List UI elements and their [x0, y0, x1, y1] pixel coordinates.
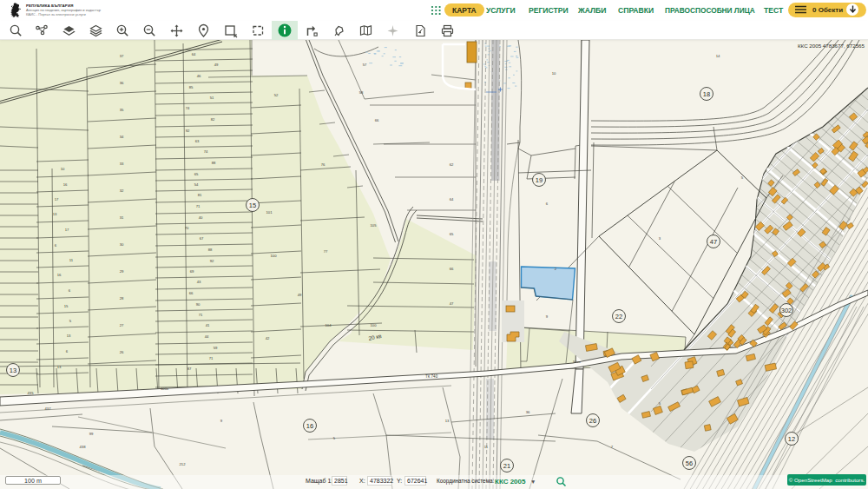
svg-text:36: 36 [120, 81, 124, 85]
svg-text:43: 43 [197, 280, 201, 284]
svg-text:435: 435 [28, 391, 35, 395]
svg-text:82: 82 [211, 117, 215, 122]
svg-text:ТК 740: ТК 740 [425, 374, 438, 379]
svg-text:88: 88 [212, 161, 216, 165]
svg-text:57: 57 [363, 63, 367, 67]
svg-text:63: 63 [195, 139, 200, 143]
svg-text:14: 14 [716, 54, 720, 58]
svg-text:ККС 2005 4783677, 672565: ККС 2005 4783677, 672565 [798, 43, 865, 49]
svg-text:105: 105 [371, 223, 378, 228]
svg-text:13: 13 [67, 334, 71, 338]
svg-text:40: 40 [199, 215, 203, 220]
svg-text:36: 36 [526, 410, 530, 414]
svg-text:438: 438 [80, 445, 87, 449]
svg-text:17: 17 [65, 228, 69, 232]
svg-text:30: 30 [120, 242, 124, 247]
svg-text:90: 90 [196, 302, 201, 307]
svg-text:85: 85 [189, 85, 194, 89]
svg-text:65: 65 [450, 232, 454, 236]
svg-text:92: 92 [186, 129, 190, 133]
svg-text:101: 101 [266, 210, 273, 215]
svg-text:64: 64 [192, 52, 196, 56]
svg-text:88: 88 [208, 248, 213, 252]
svg-text:26: 26 [120, 350, 124, 354]
svg-text:44: 44 [205, 334, 209, 339]
svg-text:12: 12 [788, 435, 795, 443]
svg-text:10: 10 [61, 167, 65, 171]
svg-text:10: 10 [552, 71, 556, 76]
svg-text:52: 52 [274, 93, 279, 97]
svg-text:11: 11 [69, 258, 74, 262]
svg-text:212: 212 [180, 462, 187, 466]
svg-text:70: 70 [185, 226, 189, 230]
svg-text:15: 15 [249, 202, 256, 209]
svg-text:66: 66 [189, 291, 194, 295]
svg-text:92: 92 [210, 259, 214, 263]
svg-text:66: 66 [375, 118, 379, 122]
svg-text:27: 27 [120, 323, 124, 327]
svg-text:104: 104 [326, 323, 332, 327]
svg-text:74: 74 [186, 106, 190, 110]
svg-text:100: 100 [271, 254, 278, 258]
svg-text:67: 67 [200, 236, 204, 241]
svg-text:41: 41 [206, 323, 210, 327]
svg-text:17: 17 [55, 197, 59, 202]
svg-text:22: 22 [615, 313, 622, 320]
svg-text:13: 13 [10, 367, 16, 374]
svg-text:37: 37 [120, 54, 124, 58]
svg-text:49: 49 [214, 63, 219, 67]
svg-text:31: 31 [120, 215, 124, 220]
svg-text:77: 77 [324, 249, 328, 254]
svg-text:62: 62 [450, 162, 454, 167]
svg-text:13: 13 [57, 365, 62, 369]
svg-text:18: 18 [703, 90, 710, 98]
svg-text:34: 34 [120, 135, 124, 139]
svg-text:76: 76 [321, 162, 326, 167]
svg-text:56: 56 [686, 459, 693, 467]
svg-text:66: 66 [450, 267, 454, 271]
svg-text:29: 29 [120, 269, 124, 274]
svg-text:99: 99 [89, 432, 94, 436]
svg-text:16: 16 [63, 182, 68, 187]
svg-text:42: 42 [266, 336, 270, 340]
svg-text:87: 87 [187, 367, 192, 371]
svg-text:71: 71 [209, 356, 214, 360]
svg-text:21: 21 [503, 462, 510, 470]
svg-text:50кв: 50кв [573, 360, 581, 364]
svg-text:16: 16 [57, 273, 62, 277]
svg-text:49: 49 [298, 293, 302, 297]
svg-text:74: 74 [204, 149, 208, 154]
svg-text:46: 46 [197, 74, 201, 78]
svg-text:11: 11 [484, 445, 489, 449]
svg-text:54: 54 [194, 182, 199, 187]
svg-text:33: 33 [120, 162, 124, 166]
svg-text:19: 19 [536, 176, 542, 184]
svg-text:58: 58 [359, 90, 364, 95]
svg-text:47: 47 [450, 301, 454, 306]
svg-text:100: 100 [371, 323, 378, 327]
svg-text:302: 302 [781, 307, 792, 314]
svg-text:71: 71 [196, 204, 201, 208]
svg-text:15: 15 [64, 304, 69, 308]
svg-text:26: 26 [589, 417, 596, 425]
svg-text:28: 28 [120, 296, 124, 301]
svg-text:47: 47 [710, 238, 717, 246]
svg-text:32: 32 [120, 188, 124, 193]
svg-text:51: 51 [210, 96, 214, 100]
svg-text:437: 437 [45, 406, 52, 411]
svg-text:600х: 600х [161, 387, 169, 391]
svg-text:16: 16 [306, 422, 313, 430]
svg-text:35: 35 [120, 108, 124, 112]
svg-text:64: 64 [450, 197, 454, 202]
svg-text:71: 71 [199, 313, 203, 317]
svg-text:65: 65 [194, 172, 199, 176]
svg-text:13: 13 [53, 212, 57, 216]
svg-text:59: 59 [214, 346, 218, 350]
svg-text:13: 13 [445, 419, 450, 423]
svg-text:81: 81 [198, 193, 202, 197]
svg-text:69: 69 [190, 269, 194, 274]
